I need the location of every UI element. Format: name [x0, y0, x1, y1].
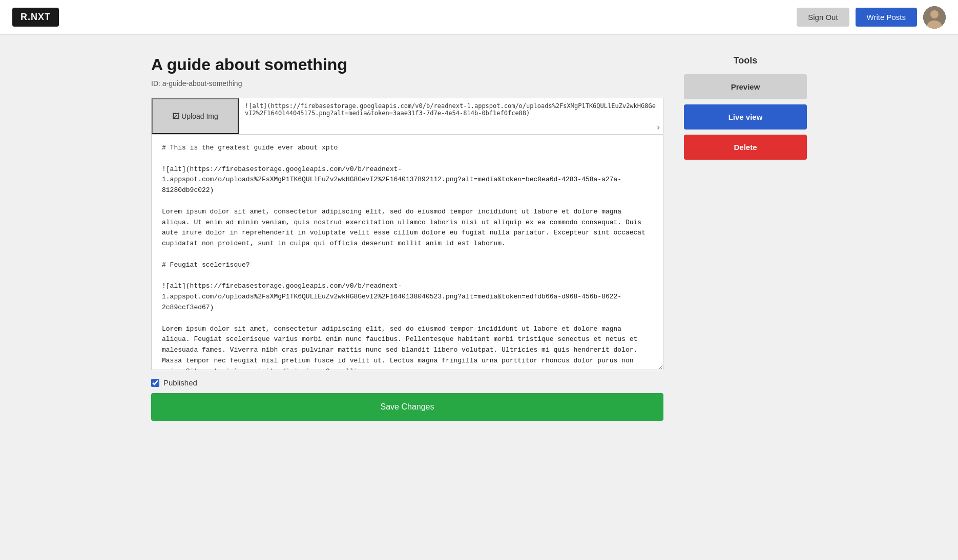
published-label: Published [163, 378, 197, 387]
svg-point-1 [930, 10, 939, 18]
markdown-editor[interactable] [151, 135, 663, 370]
scroll-arrow-icon: › [656, 122, 661, 132]
avatar-image [923, 6, 946, 29]
write-posts-button[interactable]: Write Posts [856, 8, 917, 27]
upload-row: 🖼 Upload Img ![alt](https://firebasestor… [151, 98, 663, 135]
post-id: ID: a-guide-about-something [151, 79, 663, 88]
tools-sidebar: Tools Preview Live view Delete [684, 55, 807, 421]
logo: R.NXT [12, 8, 59, 27]
published-row: Published [151, 378, 663, 387]
post-title: A guide about something [151, 55, 663, 74]
main-layout: A guide about something ID: a-guide-abou… [120, 35, 838, 441]
live-view-button[interactable]: Live view [684, 104, 807, 130]
delete-button[interactable]: Delete [684, 135, 807, 160]
header: R.NXT Sign Out Write Posts [0, 0, 958, 35]
preview-button[interactable]: Preview [684, 74, 807, 99]
upload-img-button[interactable]: 🖼 Upload Img [152, 98, 239, 134]
sign-out-button[interactable]: Sign Out [797, 8, 849, 27]
upload-url-display: ![alt](https://firebasestorage.googleapi… [239, 98, 663, 134]
save-changes-button[interactable]: Save Changes [151, 393, 663, 421]
published-checkbox[interactable] [151, 379, 159, 387]
content-area: A guide about something ID: a-guide-abou… [151, 55, 663, 421]
tools-title: Tools [684, 55, 807, 66]
avatar[interactable] [923, 6, 946, 29]
upload-url-text: ![alt](https://firebasestorage.googleapi… [245, 102, 656, 117]
header-right: Sign Out Write Posts [797, 6, 946, 29]
